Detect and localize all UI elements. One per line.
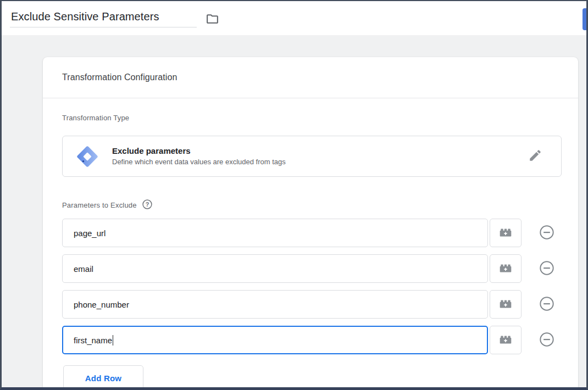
variable-lego-icon — [498, 225, 513, 241]
top-bar: Exclude Sensitive Parameters — [2, 1, 586, 35]
transformation-type-label: Transformation Type — [62, 114, 559, 122]
parameter-value: page_url — [74, 229, 106, 238]
parameters-to-exclude-label: Parameters to Exclude — [62, 201, 137, 209]
folder-button[interactable] — [204, 11, 220, 29]
svg-text:?: ? — [145, 201, 149, 208]
minus-circle-icon — [539, 260, 554, 277]
parameter-row: first_name — [62, 326, 559, 354]
text-caret — [113, 335, 113, 346]
parameter-value: email — [74, 264, 93, 274]
minus-circle-icon — [539, 332, 554, 349]
edit-transformation-type-button[interactable] — [525, 145, 546, 168]
variable-lego-icon — [498, 261, 513, 277]
parameter-row: page_url — [62, 219, 559, 247]
parameter-value: phone_number — [74, 300, 129, 309]
remove-row-button[interactable] — [539, 260, 555, 277]
variable-picker-button[interactable] — [490, 254, 522, 283]
variable-lego-icon — [498, 332, 513, 348]
page-title: Exclude Sensitive Parameters — [11, 10, 159, 23]
variable-picker-button[interactable] — [490, 326, 522, 354]
variable-picker-button[interactable] — [490, 290, 522, 319]
parameter-input-focused[interactable]: first_name — [62, 326, 488, 354]
transformation-diamond-icon — [75, 144, 100, 169]
remove-row-button[interactable] — [539, 296, 555, 313]
variable-picker-button[interactable] — [490, 219, 522, 247]
card-title: Transformation Configuration — [62, 73, 177, 82]
app-window: Exclude Sensitive Parameters Transformat… — [0, 0, 588, 390]
help-circle-icon: ? — [142, 199, 153, 211]
remove-row-button[interactable] — [539, 332, 555, 348]
pencil-edit-icon — [528, 148, 542, 164]
parameter-input[interactable]: phone_number — [62, 290, 488, 319]
transformation-type-box[interactable]: Exclude parameters Define which event da… — [62, 136, 562, 177]
minus-circle-icon — [539, 225, 554, 242]
page-body: Transformation Configuration Transformat… — [2, 35, 586, 387]
parameter-value: first_name — [74, 336, 112, 345]
parameters-label-row: Parameters to Exclude ? — [62, 199, 559, 211]
card-header: Transformation Configuration — [43, 57, 578, 98]
add-row-button[interactable]: Add Row — [63, 365, 143, 387]
variable-lego-icon — [498, 297, 513, 313]
parameter-input[interactable]: page_url — [62, 219, 488, 247]
parameter-row: email — [62, 254, 559, 283]
remove-row-button[interactable] — [539, 225, 555, 241]
transformation-type-name: Exclude parameters — [112, 146, 525, 157]
save-button-partial[interactable] — [583, 8, 586, 30]
parameter-input[interactable]: email — [62, 254, 488, 283]
parameter-row: phone_number — [62, 290, 559, 319]
transformation-config-card: Transformation Configuration Transformat… — [43, 57, 578, 387]
help-button[interactable]: ? — [142, 199, 153, 211]
transformation-type-text: Exclude parameters Define which event da… — [112, 146, 525, 167]
title-field[interactable]: Exclude Sensitive Parameters — [10, 10, 197, 27]
minus-circle-icon — [539, 296, 554, 313]
transformation-type-description: Define which event data values are exclu… — [112, 157, 525, 167]
card-content: Transformation Type — [43, 114, 578, 387]
folder-icon — [206, 12, 219, 27]
